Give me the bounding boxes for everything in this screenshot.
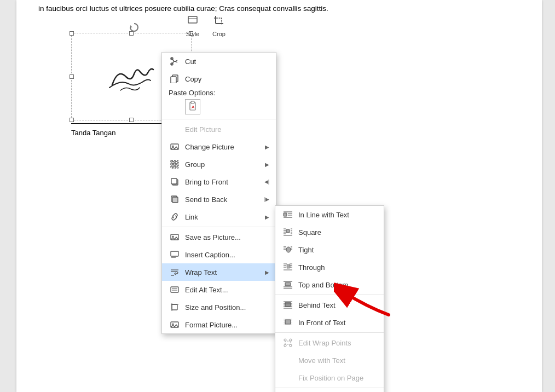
svg-point-87 — [284, 344, 286, 347]
svg-point-88 — [290, 344, 292, 347]
menu-item-size-position[interactable]: Size and Position... — [162, 298, 276, 316]
menu-item-format-picture[interactable]: Format Picture... — [162, 316, 276, 333]
through-label: Through — [298, 263, 377, 272]
submenu-item-square[interactable]: Square — [275, 223, 384, 241]
crop-label: Crop — [212, 31, 226, 37]
bring-to-front-label: Bring to Front — [185, 178, 264, 186]
svg-rect-32 — [171, 287, 178, 292]
separator-2 — [162, 227, 276, 227]
top-bottom-label: Top and Bottom — [298, 281, 377, 289]
svg-rect-71 — [285, 283, 291, 286]
svg-rect-74 — [285, 302, 291, 307]
square-icon — [282, 226, 294, 238]
svg-rect-27 — [171, 251, 178, 256]
svg-rect-35 — [172, 304, 177, 310]
submenu-item-behind-text[interactable]: Behind Text — [275, 296, 384, 314]
fix-position-icon — [282, 372, 294, 384]
crop-button[interactable]: Crop — [207, 12, 231, 40]
handle-bottom-left[interactable] — [70, 118, 74, 122]
svg-point-86 — [290, 339, 292, 341]
inline-label: In Line with Text — [298, 211, 377, 219]
send-to-back-icon — [169, 193, 181, 205]
handle-bottom-mid[interactable] — [129, 118, 134, 122]
submenu-sep-3 — [275, 388, 384, 388]
link-icon — [169, 211, 181, 223]
link-arrow: ▶ — [265, 214, 269, 220]
menu-item-copy[interactable]: Copy — [162, 70, 276, 88]
submenu-item-in-front-text[interactable]: In Front of Text — [275, 314, 384, 331]
wrap-text-arrow: ▶ — [265, 269, 269, 275]
svg-rect-22 — [171, 178, 177, 184]
submenu-item-through[interactable]: Through — [275, 258, 384, 276]
paste-options-button[interactable]: A — [185, 99, 200, 114]
submenu-sep-1 — [275, 295, 384, 295]
handle-top-left[interactable] — [70, 31, 74, 36]
paragraph-text: in faucibus orci luctus et ultrices posu… — [38, 3, 520, 15]
menu-item-wrap-text[interactable]: Wrap Text ▶ — [162, 263, 276, 281]
svg-rect-24 — [172, 197, 178, 203]
submenu-item-tight[interactable]: Tight — [275, 241, 384, 258]
menu-item-link[interactable]: Link ▶ — [162, 208, 276, 226]
copy-label: Copy — [185, 75, 269, 83]
inline-icon — [282, 209, 294, 221]
svg-rect-84 — [285, 320, 291, 324]
rotation-handle[interactable] — [129, 22, 140, 33]
svg-rect-1 — [188, 16, 197, 23]
tight-label: Tight — [298, 246, 377, 254]
svg-marker-0 — [130, 25, 132, 27]
submenu-item-fix-position: Fix Position on Page — [275, 369, 384, 387]
wrap-text-label: Wrap Text — [185, 268, 265, 276]
menu-item-change-picture[interactable]: Change Picture ▶ — [162, 138, 276, 155]
edit-alt-text-icon — [169, 284, 181, 296]
format-picture-icon — [169, 319, 181, 331]
submenu-item-inline[interactable]: In Line with Text — [275, 206, 384, 223]
toolbar-area: Style Crop — [181, 12, 231, 40]
change-picture-icon — [169, 141, 181, 153]
bring-to-front-icon — [169, 176, 181, 188]
paste-icon: A — [188, 101, 198, 113]
style-button[interactable]: Style — [181, 12, 205, 40]
menu-item-send-to-back[interactable]: Send to Back |▶ — [162, 191, 276, 208]
size-position-label: Size and Position... — [185, 303, 269, 312]
move-with-text-label: Move with Text — [298, 356, 377, 365]
submenu-item-more-layout[interactable]: More Layout Options... — [275, 389, 384, 392]
fix-position-label: Fix Position on Page — [298, 374, 377, 382]
handle-mid-left[interactable] — [70, 74, 74, 79]
in-front-text-label: In Front of Text — [298, 319, 377, 327]
menu-item-cut[interactable]: Cut — [162, 53, 276, 70]
svg-rect-12 — [191, 101, 194, 103]
rotation-icon — [129, 22, 140, 33]
menu-item-insert-caption[interactable]: Insert Caption... — [162, 246, 276, 263]
svg-rect-49 — [286, 229, 290, 233]
svg-rect-19 — [172, 165, 174, 167]
menu-item-bring-to-front[interactable]: Bring to Front ◀| — [162, 173, 276, 191]
svg-point-26 — [172, 236, 174, 238]
style-icon — [187, 15, 199, 30]
cut-label: Cut — [185, 57, 269, 66]
svg-point-58 — [286, 247, 291, 252]
signature-label: Tanda Tangan — [71, 129, 115, 137]
tight-icon — [282, 244, 294, 256]
menu-item-edit-alt-text[interactable]: Edit Alt Text... — [162, 281, 276, 298]
save-as-picture-icon — [169, 231, 181, 243]
insert-caption-label: Insert Caption... — [185, 251, 269, 259]
send-to-back-arrow: |▶ — [264, 197, 269, 202]
menu-item-group[interactable]: Group ▶ — [162, 155, 276, 173]
behind-text-icon — [282, 299, 294, 311]
behind-text-label: Behind Text — [298, 301, 377, 309]
send-to-back-label: Send to Back — [185, 195, 264, 204]
menu-item-save-as-picture[interactable]: Save as Picture... — [162, 228, 276, 246]
svg-point-85 — [284, 339, 286, 341]
change-picture-arrow: ▶ — [265, 144, 269, 150]
edit-picture-label: Edit Picture — [185, 125, 269, 134]
svg-rect-64 — [287, 264, 290, 268]
svg-rect-18 — [175, 162, 177, 164]
through-icon — [282, 261, 294, 273]
link-label: Link — [185, 213, 265, 221]
paste-options-label: Paste Options: — [162, 89, 222, 97]
submenu-item-top-bottom[interactable]: Top and Bottom — [275, 276, 384, 293]
size-position-icon — [169, 301, 181, 313]
svg-rect-17 — [172, 162, 174, 164]
change-picture-label: Change Picture — [185, 143, 265, 151]
crop-svg — [213, 15, 225, 27]
